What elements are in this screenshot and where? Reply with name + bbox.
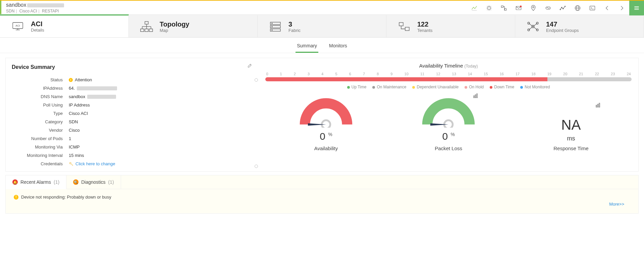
subtab-summary[interactable]: Summary [296, 41, 318, 53]
tab-diagnostics[interactable]: 🔍 Diagnostics (1) [66, 175, 121, 189]
tab-endpoints-sub: Endpoint Groups [546, 28, 579, 33]
legend-maint: On Maintenance [372, 85, 406, 89]
globe-icon[interactable] [570, 1, 585, 15]
topology-icon [139, 20, 154, 33]
svg-rect-66 [599, 103, 600, 107]
gauges-row: 0 % Availability 0 % Packet Loss NA ms R… [265, 94, 632, 151]
availability-value: 0 % [292, 131, 360, 142]
monvia-label: Monitoring Via [12, 144, 69, 150]
section-tabs: ACI ACIDetails TopologyMap 3Fabric 122Te… [0, 15, 644, 38]
tab-fabric[interactable]: 3Fabric [258, 15, 386, 37]
svg-rect-59 [474, 96, 474, 98]
category-label: Category [12, 119, 69, 124]
alarm-body: ! Device not responding: Probably down o… [6, 189, 638, 213]
crumb-1[interactable]: SDN [6, 9, 14, 13]
network-icon[interactable] [496, 1, 511, 15]
edit-icon[interactable] [247, 63, 253, 69]
tab-endpoints[interactable]: 147Endpoint Groups [515, 15, 644, 37]
top-bar: sandbox SDN| Cisco ACI| RESTAPI [0, 0, 644, 15]
crumb-2[interactable]: Cisco ACI [19, 9, 37, 13]
svg-rect-45 [399, 23, 403, 26]
response-time-unit: ms [567, 135, 575, 142]
status-label: Status [12, 77, 69, 82]
vendor-value: Cisco [69, 128, 80, 133]
svg-rect-9 [501, 6, 503, 7]
diagnostics-icon: 🔍 [73, 179, 78, 185]
tab-recent-alarms[interactable]: 🔔 Recent Alarms (1) [6, 175, 66, 189]
tab-endpoints-title: 147 [546, 20, 579, 28]
tab-aci-title: ACI [31, 20, 44, 28]
svg-point-42 [272, 23, 272, 24]
prev-icon[interactable] [600, 1, 614, 15]
svg-point-13 [533, 6, 534, 8]
response-time-label: Response Time [537, 145, 604, 151]
alarm-icon: 🔔 [12, 179, 18, 185]
tab-tenants[interactable]: 122Tenants [386, 15, 515, 37]
svg-point-14 [560, 9, 561, 10]
chart-icon[interactable] [467, 1, 482, 15]
legend-down: Down Time [490, 85, 514, 89]
alert-icon[interactable] [482, 1, 496, 15]
terminal-icon[interactable] [585, 1, 600, 15]
scrollbar[interactable] [255, 75, 257, 168]
type-value: Cisco ACI [69, 111, 88, 116]
crumb-3[interactable]: RESTAPI [42, 9, 59, 13]
legend-dep: Dependent Unavailable [412, 85, 459, 89]
bottom-tab-row: 🔔 Recent Alarms (1) 🔍 Diagnostics (1) [6, 175, 638, 189]
svg-point-62 [444, 120, 453, 128]
page-title: sandbox [6, 2, 64, 8]
svg-line-6 [490, 9, 491, 10]
svg-rect-61 [477, 94, 477, 98]
alarm-text: Device not responding: Probably down or … [21, 195, 111, 200]
sub-tabs: Summary Monitors [0, 38, 644, 53]
title-text: sandbox [6, 2, 26, 8]
tab-topology[interactable]: TopologyMap [129, 15, 258, 37]
svg-point-57 [322, 120, 330, 128]
svg-line-54 [529, 27, 533, 30]
type-label: Type [12, 111, 69, 116]
link-icon[interactable] [541, 1, 555, 15]
key-icon [69, 162, 73, 166]
tab-topology-title: Topology [160, 20, 190, 28]
chart-toggle-icon[interactable] [595, 102, 601, 109]
bottom-tabs: 🔔 Recent Alarms (1) 🔍 Diagnostics (1) ! … [5, 175, 639, 214]
subtab-monitors[interactable]: Monitors [328, 41, 348, 53]
svg-line-53 [533, 23, 537, 27]
cred-label: Credentials [12, 161, 69, 166]
alarm-row[interactable]: ! Device not responding: Probably down o… [14, 195, 630, 200]
vendor-label: Vendor [12, 128, 69, 133]
dns-value: sandbox [69, 94, 116, 99]
timeline-bar[interactable] [265, 77, 632, 81]
recent-alarms-count: (1) [54, 179, 59, 185]
category-value: SDN [69, 119, 78, 124]
masked-title [27, 3, 64, 7]
availability-pane: Availability Timeline (Today) 0123456789… [259, 58, 638, 171]
packet-loss-label: Packet Loss [415, 145, 482, 151]
gauge-response-time: NA ms Response Time [537, 103, 604, 151]
legend-up: Up Time [347, 85, 367, 89]
next-icon[interactable] [614, 1, 629, 15]
graph-icon[interactable] [555, 1, 570, 15]
diagnostics-count: (1) [108, 179, 114, 185]
svg-point-56 [69, 162, 71, 164]
interval-value: 15 mins [69, 153, 84, 158]
tab-aci[interactable]: ACI ACIDetails [0, 14, 129, 37]
svg-text:ACI: ACI [15, 24, 20, 27]
status-value: !Attention [69, 77, 92, 82]
pods-value: 1 [69, 136, 71, 141]
aci-icon: ACI [10, 20, 25, 33]
change-credentials-link[interactable]: Click here to change [75, 161, 115, 166]
timeline-title: Availability Timeline (Today) [265, 63, 632, 69]
svg-rect-60 [475, 95, 476, 98]
svg-rect-65 [598, 104, 598, 107]
more-link[interactable]: More>> [609, 202, 624, 207]
legend-nom: Not Monitored [520, 85, 550, 89]
mail-icon[interactable] [511, 1, 526, 15]
poll-value: IP Address [69, 102, 90, 108]
menu-button[interactable] [629, 1, 644, 15]
chart-toggle-icon[interactable] [473, 93, 479, 100]
tab-fabric-title: 3 [288, 20, 301, 28]
timeline-legend: Up Time On Maintenance Dependent Unavail… [265, 85, 632, 89]
location-icon[interactable] [526, 1, 541, 15]
title-block: sandbox SDN| Cisco ACI| RESTAPI [0, 1, 68, 14]
